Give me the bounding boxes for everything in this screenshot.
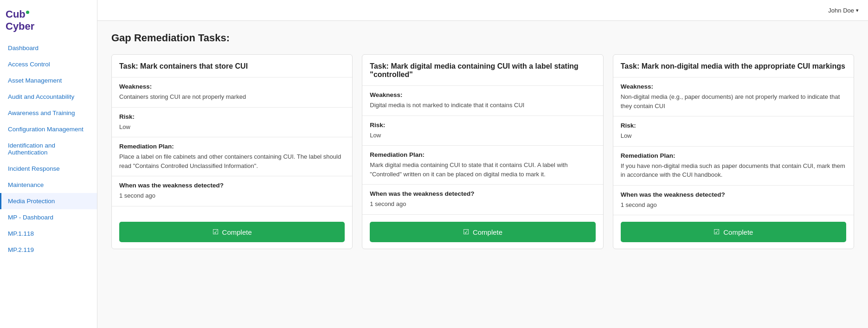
card-3-risk-section: Risk: Low — [613, 116, 854, 147]
card-3-detected-label: When was the weakness detected? — [621, 191, 846, 198]
cards-grid: Task: Mark containers that store CUI Wea… — [111, 54, 854, 249]
sidebar-item-dashboard[interactable]: Dashboard — [0, 40, 97, 56]
card-1-detected-section: When was the weakness detected? 1 second… — [112, 176, 352, 206]
card-1-plan-section: Remediation Plan: Place a label on file … — [112, 137, 352, 176]
card-2-risk-label: Risk: — [370, 122, 595, 129]
card-2-weakness-label: Weakness: — [370, 91, 595, 98]
card-1-complete-button[interactable]: ☑ Complete — [119, 222, 345, 242]
sidebar: Cub Cyber Dashboard Access Control Asset… — [0, 0, 97, 328]
sidebar-item-incident-response[interactable]: Incident Response — [0, 161, 97, 177]
card-1-weakness-section: Weakness: Containers storing CUI are not… — [112, 77, 352, 108]
logo-area: Cub Cyber — [0, 5, 97, 40]
card-3-plan-section: Remediation Plan: If you have non-digita… — [613, 147, 854, 186]
card-1-title: Task: Mark containers that store CUI — [112, 55, 352, 77]
card-2-detected-section: When was the weakness detected? 1 second… — [362, 185, 603, 215]
card-2-footer: ☑ Complete — [362, 215, 603, 249]
card-3-complete-button[interactable]: ☑ Complete — [621, 222, 846, 242]
card-1-detected-value: 1 second ago — [119, 191, 345, 200]
page-title: Gap Remediation Tasks: — [111, 32, 854, 44]
card-1-weakness-label: Weakness: — [119, 83, 345, 90]
card-2-plan-label: Remediation Plan: — [370, 151, 595, 158]
card-2-complete-label: Complete — [473, 228, 502, 236]
header: John Doe — [97, 0, 868, 21]
card-3-detected-value: 1 second ago — [621, 200, 846, 210]
card-2-risk-section: Risk: Low — [362, 116, 603, 146]
card-2-plan-section: Remediation Plan: Mark digital media con… — [362, 146, 603, 185]
card-3-title: Task: Mark non-digital media with the ap… — [613, 55, 854, 77]
card-3-weakness-label: Weakness: — [621, 83, 846, 90]
card-3-plan-label: Remediation Plan: — [621, 152, 846, 159]
task-card-3: Task: Mark non-digital media with the ap… — [613, 54, 854, 249]
card-1-footer: ☑ Complete — [112, 215, 352, 249]
card-3-detected-section: When was the weakness detected? 1 second… — [613, 186, 854, 216]
card-1-risk-value: Low — [119, 122, 345, 132]
main: John Doe Gap Remediation Tasks: Task: Ma… — [97, 0, 868, 328]
check-icon-3: ☑ — [714, 228, 720, 236]
task-card-1: Task: Mark containers that store CUI Wea… — [111, 54, 353, 249]
sidebar-item-media-protection[interactable]: Media Protection — [0, 193, 97, 209]
card-3-weakness-value: Non-digital media (e.g., paper documents… — [621, 92, 846, 110]
content: Gap Remediation Tasks: Task: Mark contai… — [97, 21, 868, 328]
card-2-weakness-value: Digital media is not marked to indicate … — [370, 101, 595, 110]
sidebar-item-mp-1-118[interactable]: MP.1.118 — [0, 225, 97, 242]
card-2-weakness-section: Weakness: Digital media is not marked to… — [362, 86, 603, 116]
card-3-plan-value: If you have non-digital media such as pa… — [621, 161, 846, 180]
sidebar-item-configuration-management[interactable]: Configuration Management — [0, 121, 97, 137]
card-1-complete-label: Complete — [222, 228, 252, 236]
card-3-risk-value: Low — [621, 131, 846, 141]
card-1-risk-section: Risk: Low — [112, 108, 352, 138]
sidebar-item-awareness-training[interactable]: Awareness and Training — [0, 105, 97, 121]
card-3-footer: ☑ Complete — [613, 215, 854, 249]
sidebar-item-mp-2-119[interactable]: MP.2.119 — [0, 242, 97, 258]
task-card-2: Task: Mark digital media containing CUI … — [362, 54, 603, 249]
sidebar-item-audit-accountability[interactable]: Audit and Accountability — [0, 89, 97, 105]
sidebar-item-asset-management[interactable]: Asset Management — [0, 72, 97, 89]
sidebar-nav: Dashboard Access Control Asset Managemen… — [0, 40, 97, 258]
sidebar-item-access-control[interactable]: Access Control — [0, 56, 97, 72]
check-icon-1: ☑ — [212, 228, 219, 236]
sidebar-item-mp-dashboard[interactable]: MP - Dashboard — [0, 209, 97, 225]
user-menu[interactable]: John Doe — [828, 7, 859, 14]
logo: Cub Cyber — [6, 8, 34, 32]
sidebar-item-identification-auth[interactable]: Identification and Authentication — [0, 137, 97, 161]
logo-cub: Cub — [6, 8, 26, 20]
card-2-complete-button[interactable]: ☑ Complete — [370, 222, 595, 242]
card-2-detected-value: 1 second ago — [370, 199, 595, 209]
card-1-weakness-value: Containers storing CUI are not properly … — [119, 92, 345, 102]
check-icon-2: ☑ — [463, 228, 469, 236]
logo-cyber: Cyber — [6, 20, 34, 32]
sidebar-item-maintenance[interactable]: Maintenance — [0, 177, 97, 193]
card-3-weakness-section: Weakness: Non-digital media (e.g., paper… — [613, 77, 854, 116]
card-1-risk-label: Risk: — [119, 113, 345, 120]
card-2-title: Task: Mark digital media containing CUI … — [362, 55, 603, 86]
card-2-risk-value: Low — [370, 131, 595, 140]
card-3-risk-label: Risk: — [621, 122, 846, 129]
card-1-detected-label: When was the weakness detected? — [119, 182, 345, 189]
card-2-plan-value: Mark digital media containing CUI to sta… — [370, 161, 595, 179]
card-3-complete-label: Complete — [723, 228, 753, 236]
card-1-plan-label: Remediation Plan: — [119, 143, 345, 150]
card-1-plan-value: Place a label on file cabinets and other… — [119, 152, 345, 170]
card-2-detected-label: When was the weakness detected? — [370, 190, 595, 197]
